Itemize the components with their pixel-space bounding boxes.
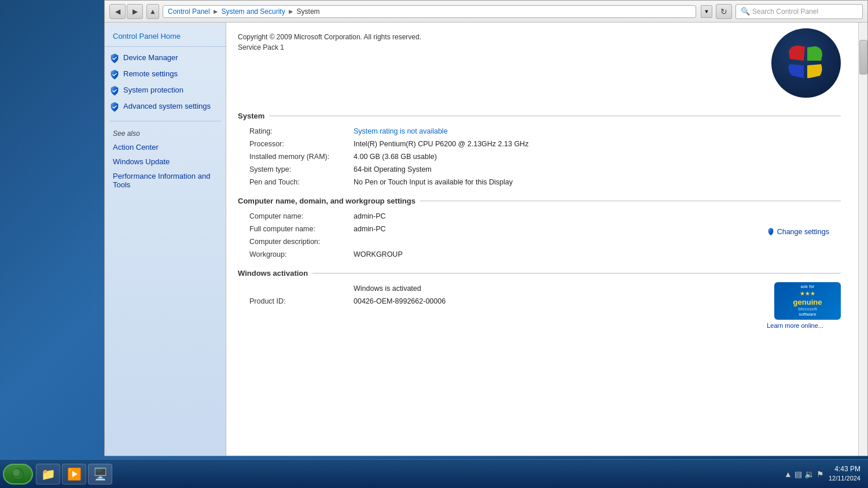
system-section-header: System bbox=[238, 112, 841, 120]
processor-label: Processor: bbox=[249, 138, 354, 150]
change-settings-button[interactable]: Change settings bbox=[766, 227, 829, 236]
activation-section-line bbox=[312, 273, 841, 273]
taskbar: 📁 ▶️ 🖥️ ▲ ▤ 🔉 ⚑ 4:43 PM 12/11/2024 bbox=[0, 459, 868, 488]
ram-label: Installed memory (RAM): bbox=[249, 150, 354, 163]
desktop: ◀ ▶ ▲ Control Panel ► System and Securit… bbox=[0, 0, 868, 488]
ram-value: 4.00 GB (3.68 GB usable) bbox=[354, 150, 852, 163]
media-icon: ▶️ bbox=[67, 467, 82, 481]
genuine-bottom-text: software bbox=[799, 312, 816, 317]
svg-point-2 bbox=[13, 469, 20, 476]
sidebar-windows-update[interactable]: Windows Update bbox=[105, 154, 226, 169]
table-row: Product ID: 00426-OEM-8992662-00006 bbox=[249, 295, 778, 308]
system-tray: ▲ ▤ 🔉 ⚑ 4:43 PM 12/11/2024 bbox=[784, 464, 865, 483]
computer-name-section: Change settings Computer name: admin-PC … bbox=[238, 210, 841, 261]
pen-touch-label: Pen and Touch: bbox=[249, 176, 354, 188]
genuine-top-text: ask for bbox=[800, 284, 814, 289]
sidebar-performance-info[interactable]: Performance Information and Tools bbox=[105, 169, 226, 192]
scroll-track[interactable] bbox=[858, 23, 867, 456]
back-button[interactable]: ◀ bbox=[109, 4, 126, 19]
activation-section: Windows is activated Product ID: 00426-O… bbox=[238, 282, 841, 329]
rating-label: Rating: bbox=[249, 125, 354, 138]
breadcrumb-system-security[interactable]: System and Security bbox=[222, 8, 285, 16]
genuine-badge: ask for ★★★ genuine Microsoft software bbox=[774, 282, 841, 320]
breadcrumb-dropdown-button[interactable]: ▼ bbox=[701, 5, 712, 18]
system-type-label: System type: bbox=[249, 163, 354, 176]
scroll-thumb[interactable] bbox=[859, 40, 867, 75]
sidebar-item-advanced-settings[interactable]: Advanced system settings bbox=[105, 99, 226, 115]
advanced-settings-label: Advanced system settings bbox=[123, 102, 211, 110]
windows-logo bbox=[771, 28, 841, 98]
remote-settings-label: Remote settings bbox=[123, 69, 178, 78]
address-bar: ◀ ▶ ▲ Control Panel ► System and Securit… bbox=[105, 1, 867, 23]
workgroup-value: WORKGROUP bbox=[354, 248, 852, 261]
computer-name-section-header: Computer name, domain, and workgroup set… bbox=[238, 197, 841, 205]
sidebar-item-system-protection[interactable]: System protection bbox=[105, 83, 226, 99]
table-row: Computer description: bbox=[249, 235, 852, 248]
up-button[interactable]: ▲ bbox=[146, 4, 159, 19]
computer-name-section-title: Computer name, domain, and workgroup set… bbox=[238, 197, 420, 205]
forward-button[interactable]: ▶ bbox=[127, 4, 143, 19]
tray-volume-icon[interactable]: 🔉 bbox=[804, 469, 814, 479]
activated-value: Windows is activated bbox=[354, 282, 778, 295]
activation-info: Windows is activated Product ID: 00426-O… bbox=[238, 282, 767, 308]
tray-action-center-icon[interactable]: ⚑ bbox=[816, 469, 824, 479]
table-row: Workgroup: WORKGROUP bbox=[249, 248, 852, 261]
rating-value[interactable]: System rating is not available bbox=[354, 125, 852, 138]
search-placeholder-text: Search Control Panel bbox=[752, 8, 818, 16]
workgroup-label: Workgroup: bbox=[249, 248, 354, 261]
tray-icons: ▲ ▤ 🔉 ⚑ bbox=[784, 469, 824, 479]
table-row: Windows is activated bbox=[249, 282, 778, 295]
taskbar-app-media[interactable]: ▶️ bbox=[62, 464, 86, 485]
table-row: Full computer name: admin-PC bbox=[249, 223, 852, 235]
system-section-title: System bbox=[238, 112, 269, 120]
right-panel: Copyright © 2009 Microsoft Corporation. … bbox=[226, 23, 867, 456]
table-row: Processor: Intel(R) Pentium(R) CPU P6200… bbox=[249, 138, 852, 150]
system-section-line bbox=[269, 116, 841, 116]
device-manager-label: Device Manager bbox=[123, 53, 178, 62]
search-bar[interactable]: 🔍 Search Control Panel bbox=[735, 4, 863, 19]
computer-description-value bbox=[354, 235, 852, 248]
table-row: Installed memory (RAM): 4.00 GB (3.68 GB… bbox=[249, 150, 852, 163]
system-info-table: Rating: System rating is not available P… bbox=[249, 125, 852, 188]
breadcrumb-sep-2: ► bbox=[288, 8, 295, 16]
taskbar-app-unknown[interactable]: 🖥️ bbox=[88, 464, 112, 485]
copyright-info: Copyright © 2009 Microsoft Corporation. … bbox=[238, 28, 421, 51]
sidebar-item-device-manager[interactable]: Device Manager bbox=[105, 50, 226, 66]
table-row: Pen and Touch: No Pen or Touch Input is … bbox=[249, 176, 852, 188]
computer-name-table: Computer name: admin-PC Full computer na… bbox=[249, 210, 852, 261]
device-manager-icon bbox=[109, 53, 120, 64]
clock-time: 4:43 PM bbox=[834, 464, 860, 474]
tray-arrow-icon[interactable]: ▲ bbox=[784, 469, 792, 479]
computer-name-label: Computer name: bbox=[249, 210, 354, 223]
breadcrumb-control-panel[interactable]: Control Panel bbox=[168, 8, 210, 16]
pen-touch-value: No Pen or Touch Input is available for t… bbox=[354, 176, 852, 188]
advanced-settings-icon bbox=[109, 102, 120, 112]
taskbar-app-explorer[interactable]: 📁 bbox=[36, 464, 60, 485]
product-id-value: 00426-OEM-8992662-00006 bbox=[354, 295, 778, 308]
sidebar-action-center[interactable]: Action Center bbox=[105, 140, 226, 154]
product-id-label: Product ID: bbox=[249, 295, 354, 308]
sidebar-control-panel-home[interactable]: Control Panel Home bbox=[105, 28, 226, 47]
genuine-main-text: genuine bbox=[793, 298, 822, 306]
refresh-button[interactable]: ↻ bbox=[716, 4, 732, 19]
service-pack-text: Service Pack 1 bbox=[238, 43, 421, 51]
computer-name-value: admin-PC bbox=[354, 210, 852, 223]
computer-description-label: Computer description: bbox=[249, 235, 354, 248]
sidebar-item-remote-settings[interactable]: Remote settings bbox=[105, 66, 226, 83]
activated-label bbox=[249, 282, 354, 295]
system-type-value: 64-bit Operating System bbox=[354, 163, 852, 176]
table-row: System type: 64-bit Operating System bbox=[249, 163, 852, 176]
explorer-icon: 📁 bbox=[41, 467, 56, 481]
tray-network-icon[interactable]: ▤ bbox=[795, 469, 802, 479]
header-section: Copyright © 2009 Microsoft Corporation. … bbox=[238, 28, 841, 103]
clock-area[interactable]: 4:43 PM 12/11/2024 bbox=[829, 464, 860, 483]
app-icon: 🖥️ bbox=[93, 467, 108, 481]
start-button[interactable] bbox=[3, 464, 33, 485]
learn-more-link[interactable]: Learn more online... bbox=[767, 322, 823, 329]
remote-settings-icon bbox=[109, 69, 120, 80]
breadcrumb-bar: Control Panel ► System and Security ► Sy… bbox=[163, 5, 696, 18]
activation-section-header: Windows activation bbox=[238, 269, 841, 278]
computer-name-section-line bbox=[420, 201, 841, 201]
system-protection-label: System protection bbox=[123, 86, 183, 94]
main-content: Control Panel Home Device bbox=[105, 23, 867, 456]
